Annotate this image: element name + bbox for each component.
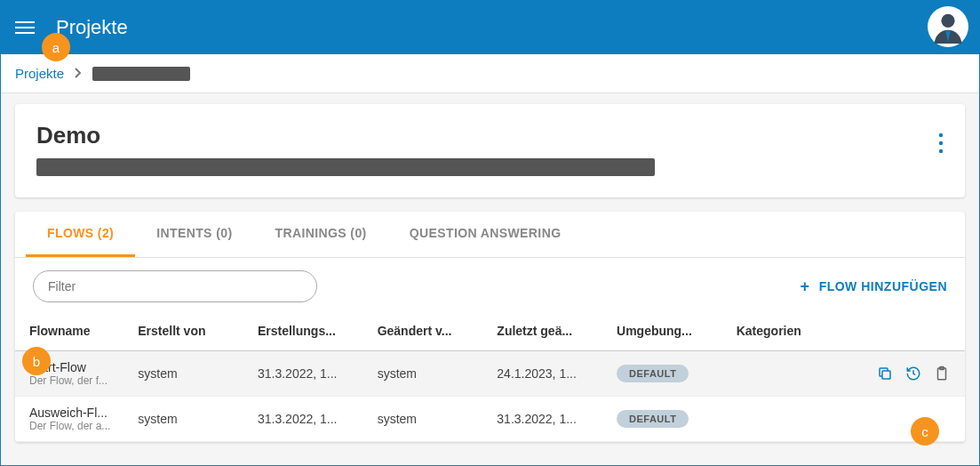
col-actions [823,311,965,351]
avatar[interactable] [928,6,968,47]
annotation-a: a [42,33,70,61]
cell-createdat: 31.3.2022, 1... [249,351,369,397]
cell-changedby: system [369,397,489,442]
tab-qa[interactable]: QUESTION ANSWERING [388,212,583,257]
cell-changedat: 24.1.2023, 1... [488,351,608,397]
cell-actions [823,351,965,397]
tab-intents[interactable]: INTENTS (0) [135,212,253,257]
breadcrumb-current [92,67,190,81]
cell-actions [823,397,965,442]
more-menu-button[interactable] [935,129,947,161]
svg-point-3 [939,149,943,153]
cell-categories [728,397,823,442]
breadcrumb: Projekte [1,54,979,93]
cell-env: DEFAULT [608,351,728,397]
copy-icon[interactable] [876,365,894,382]
breadcrumb-link-projekte[interactable]: Projekte [15,66,64,81]
annotation-c: c [911,417,939,446]
project-title: Demo [36,122,655,149]
cell-env: DEFAULT [608,397,728,442]
cell-categories [728,351,823,397]
col-changedat[interactable]: Zuletzt geä... [488,311,608,351]
svg-point-0 [941,14,954,28]
table-row[interactable]: Start-FlowDer Flow, der f... system 31.3… [15,351,965,397]
cell-createdat: 31.3.2022, 1... [249,397,369,442]
annotation-b: b [22,347,51,375]
add-flow-button[interactable]: + FLOW HINZUFÜGEN [801,277,947,296]
page-title: Projekte [56,16,128,39]
add-flow-label: FLOW HINZUFÜGEN [819,279,947,293]
project-description [36,158,655,176]
plus-icon: + [801,277,810,296]
cell-flowname: Ausweich-Fl...Der Flow, der a... [15,397,129,442]
cell-createdby: system [129,351,249,397]
cell-createdby: system [129,397,249,442]
tab-flows[interactable]: FLOWS (2) [26,212,135,257]
col-envs[interactable]: Umgebung... [608,311,728,351]
cell-changedby: system [369,351,489,397]
tab-trainings[interactable]: TRAININGS (0) [253,212,387,257]
svg-rect-4 [882,371,890,379]
col-changedby[interactable]: Geändert v... [369,311,489,351]
history-icon[interactable] [904,365,922,382]
col-createdat[interactable]: Erstellungs... [249,311,369,351]
menu-icon[interactable] [15,21,35,34]
clipboard-icon[interactable] [933,365,951,382]
col-flowname[interactable]: Flowname [15,311,129,351]
col-createdby[interactable]: Erstellt von [129,311,249,351]
cell-changedat: 31.3.2022, 1... [488,397,608,442]
table-row[interactable]: Ausweich-Fl...Der Flow, der a... system … [15,397,965,442]
tabs: FLOWS (2) INTENTS (0) TRAININGS (0) QUES… [15,212,965,258]
filter-input[interactable] [33,270,317,302]
svg-point-2 [939,141,943,145]
col-categories[interactable]: Kategorien [728,311,823,351]
svg-point-1 [939,133,943,137]
chevron-right-icon [75,66,82,82]
